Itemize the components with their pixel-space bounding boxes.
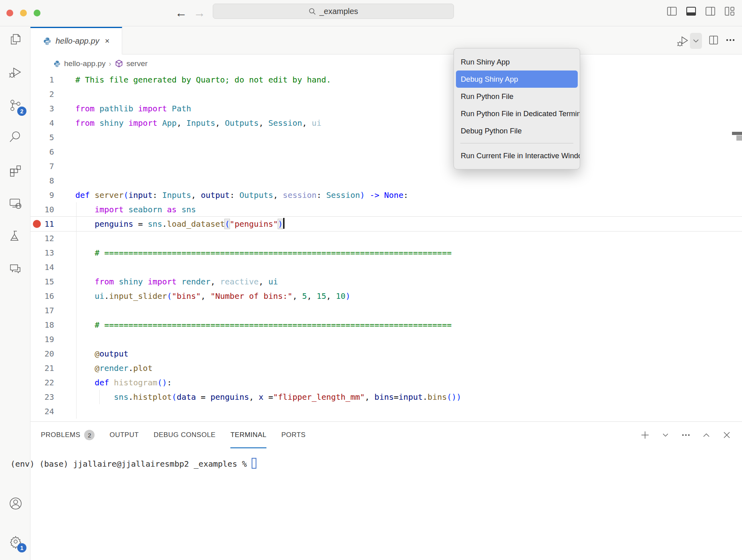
code-text: from pathlib import Path (75, 101, 191, 116)
line-number: 16 (30, 289, 54, 303)
code-line-2[interactable]: 2 (30, 87, 742, 101)
code-line-16[interactable]: 16 ui.input_slider("bins", "Number of bi… (30, 289, 742, 303)
code-line-5[interactable]: 5 (30, 130, 742, 145)
terminal-cursor (252, 458, 256, 469)
toggle-secondary-sidebar-button[interactable] (705, 6, 716, 16)
code-text: from shiny import App, Inputs, Outputs, … (75, 116, 321, 130)
toggle-panel-button[interactable] (686, 6, 696, 16)
code-line-24[interactable]: 24 (30, 404, 742, 419)
line-number: 19 (30, 332, 54, 346)
terminal-prompt-text: (env) (base) jjallaire@jjallairesmbp2 _e… (10, 459, 252, 469)
traffic-close-button[interactable] (6, 10, 13, 16)
code-line-15[interactable]: 15 from shiny import render, reactive, u… (30, 274, 742, 289)
vscode-window: ← → _examples (0, 0, 742, 560)
code-line-11[interactable]: 11 penguins = sns.load_dataset("penguins… (30, 217, 742, 231)
code-line-8[interactable]: 8 (30, 173, 742, 188)
code-line-17[interactable]: 17 (30, 303, 742, 318)
tab-hello-app[interactable]: hello-app.py × (30, 27, 122, 54)
python-file-icon (43, 37, 52, 46)
line-number: 15 (30, 274, 54, 289)
account-icon[interactable] (8, 496, 22, 510)
panel-more-actions-button[interactable] (681, 430, 691, 440)
activity-bar: 2 1 (0, 27, 30, 560)
code-line-23[interactable]: 23 sns.histplot(data = penguins, x ="fli… (30, 390, 742, 404)
code-line-12[interactable]: 12 (30, 231, 742, 246)
code-line-18[interactable]: 18 # ===================================… (30, 318, 742, 332)
panel-tab-ports[interactable]: PORTS (281, 422, 306, 448)
code-editor[interactable]: 1# This file generated by Quarto; do not… (30, 73, 742, 419)
terminal-prompt[interactable]: (env) (base) jjallaire@jjallairesmbp2 _e… (10, 458, 256, 469)
code-line-20[interactable]: 20 @output (30, 346, 742, 361)
panel-tab-problems[interactable]: PROBLEMS2 (41, 422, 95, 448)
terminal-profile-chevron[interactable] (661, 430, 670, 440)
settings-gear-icon[interactable]: 1 (8, 534, 22, 548)
testing-icon[interactable] (8, 229, 22, 243)
toggle-primary-sidebar-button[interactable] (666, 6, 677, 16)
code-line-7[interactable]: 7 (30, 159, 742, 173)
code-text: # ======================================… (75, 318, 452, 332)
debug-run-icon[interactable] (676, 34, 690, 48)
code-text: @output (75, 346, 128, 361)
comments-icon[interactable] (8, 262, 22, 276)
traffic-maximize-button[interactable] (34, 10, 40, 16)
code-line-6[interactable]: 6 (30, 145, 742, 159)
breadcrumb-file[interactable]: hello-app.py (64, 59, 106, 68)
breadcrumb-separator: › (109, 60, 111, 68)
line-number: 10 (30, 202, 54, 217)
back-arrow-button[interactable]: ← (173, 4, 189, 22)
tab-close-icon[interactable]: × (105, 36, 110, 46)
breadcrumb: hello-app.py › server (30, 55, 742, 73)
line-number: 8 (30, 173, 54, 188)
source-control-icon[interactable]: 2 (8, 99, 22, 112)
forward-arrow-button[interactable]: → (192, 4, 208, 22)
maximize-panel-button[interactable] (702, 430, 711, 440)
menu-item-run-python-file-in-dedicated-terminal[interactable]: Run Python File in Dedicated Terminal (454, 105, 580, 122)
indent-guide (76, 202, 77, 419)
code-line-4[interactable]: 4from shiny import App, Inputs, Outputs,… (30, 116, 742, 130)
menu-item-run-python-file[interactable]: Run Python File (454, 88, 580, 105)
editor-more-actions-button[interactable] (725, 35, 736, 47)
split-editor-button[interactable] (708, 35, 719, 47)
minimap-slider[interactable] (732, 132, 742, 135)
code-line-13[interactable]: 13 # ===================================… (30, 246, 742, 260)
search-icon (308, 8, 316, 15)
line-number: 5 (30, 130, 54, 145)
code-line-14[interactable]: 14 (30, 260, 742, 274)
customize-layout-button[interactable] (724, 6, 735, 16)
problems-count-badge: 2 (84, 430, 95, 440)
line-number: 18 (30, 318, 54, 332)
remote-explorer-icon[interactable] (8, 197, 22, 210)
new-terminal-button[interactable] (640, 430, 650, 440)
panel-actions (640, 422, 732, 448)
explorer-icon[interactable] (8, 32, 22, 46)
code-line-9[interactable]: 9def server(input: Inputs, output: Outpu… (30, 188, 742, 202)
run-and-debug-icon[interactable] (8, 66, 22, 79)
search-sidebar-icon[interactable] (8, 130, 22, 144)
code-line-22[interactable]: 22 def histogram(): (30, 375, 742, 390)
code-line-19[interactable]: 19 (30, 332, 742, 346)
menu-item-debug-python-file[interactable]: Debug Python File (454, 122, 580, 139)
menu-item-run-current-file-in-interactive-window[interactable]: Run Current File in Interactive Window (454, 147, 580, 164)
command-center-search[interactable]: _examples (213, 4, 454, 19)
menu-item-run-shiny-app[interactable]: Run Shiny App (454, 53, 580, 71)
panel-tab-label: PROBLEMS (41, 431, 80, 439)
panel-tab-output[interactable]: OUTPUT (109, 422, 139, 448)
chevron-down-icon (693, 39, 699, 43)
code-line-1[interactable]: 1# This file generated by Quarto; do not… (30, 73, 742, 87)
panel-tab-terminal[interactable]: TERMINAL (230, 422, 266, 448)
menu-item-debug-shiny-app[interactable]: Debug Shiny App (456, 71, 578, 88)
line-number: 3 (30, 101, 54, 116)
code-line-3[interactable]: 3from pathlib import Path (30, 101, 742, 116)
code-line-10[interactable]: 10 import seaborn as sns (30, 202, 742, 217)
code-text: def histogram(): (75, 375, 172, 390)
breakpoint-icon[interactable] (33, 220, 41, 228)
panel-tab-label: OUTPUT (109, 431, 139, 439)
close-panel-button[interactable] (722, 430, 732, 440)
text-cursor (283, 218, 284, 229)
breadcrumb-symbol[interactable]: server (127, 59, 148, 68)
traffic-minimize-button[interactable] (20, 10, 27, 16)
extensions-icon[interactable] (8, 163, 22, 177)
code-line-21[interactable]: 21 @render.plot (30, 361, 742, 375)
panel-tab-debug-console[interactable]: DEBUG CONSOLE (153, 422, 216, 448)
run-options-chevron-button[interactable] (690, 33, 702, 49)
